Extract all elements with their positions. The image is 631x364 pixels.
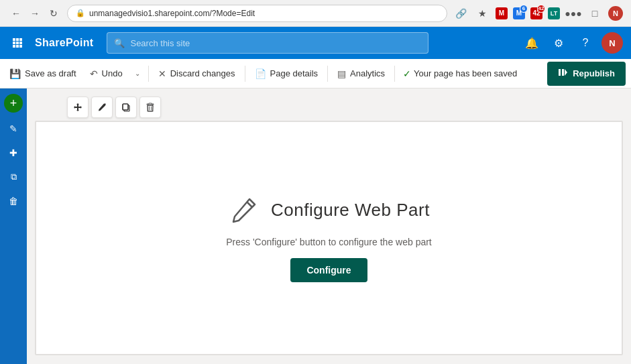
sidebar-move-button[interactable]: ✚ xyxy=(3,142,24,164)
window-button[interactable]: □ xyxy=(587,5,603,21)
configure-webpart-button[interactable]: Configure xyxy=(290,258,367,282)
page-content: + ✎ ✚ ⧉ 🗑 xyxy=(0,88,631,364)
webpart-inner-content: Configure Web Part Press 'Configure' but… xyxy=(199,167,459,309)
sharepoint-logo: SharePoint xyxy=(35,37,93,49)
discard-button[interactable]: ✕ Discard changes xyxy=(152,62,242,86)
discard-label: Discard changes xyxy=(170,68,235,78)
republish-button[interactable]: Republish xyxy=(547,62,626,86)
svg-rect-2 xyxy=(19,38,22,41)
trash-icon xyxy=(146,103,155,112)
sidebar-edit-button[interactable]: ✎ xyxy=(3,118,24,139)
edit-toolbar: 💾 Save as draft ↶ Undo ⌄ ✕ Discard chang… xyxy=(0,59,631,88)
svg-rect-5 xyxy=(19,42,22,44)
svg-rect-9 xyxy=(559,69,561,76)
saved-status-text: Your page has been saved xyxy=(414,68,517,78)
undo-label: Undo xyxy=(102,68,123,78)
undo-button[interactable]: ↶ Undo xyxy=(83,62,129,86)
republish-icon xyxy=(558,68,567,79)
webpart-delete-button[interactable] xyxy=(139,97,161,118)
user-profile-button[interactable]: N xyxy=(601,32,623,54)
page-details-button[interactable]: 📄 Page details xyxy=(248,62,325,86)
help-button[interactable]: ? xyxy=(575,32,596,54)
bookmark-button[interactable]: ★ xyxy=(474,5,490,21)
svg-rect-7 xyxy=(16,45,19,48)
webpart-icon-area: Configure Web Part xyxy=(228,194,430,226)
ext-icon-number: 42 42 xyxy=(530,7,542,19)
browser-nav-buttons: ← → ↻ xyxy=(8,5,62,21)
save-draft-button[interactable]: 💾 Save as draft xyxy=(3,62,83,86)
checkmark-icon: ✓ xyxy=(403,68,411,79)
browser-profile[interactable]: N xyxy=(608,6,623,21)
main-editor-area: Configure Web Part Press 'Configure' but… xyxy=(27,88,631,364)
toolbar-divider-4 xyxy=(394,66,395,82)
pencil-icon xyxy=(97,103,107,112)
svg-rect-0 xyxy=(13,38,15,41)
move-icon xyxy=(73,103,82,112)
browser-actions: 🔗 ★ M M 6 42 42 LT ●●● □ N xyxy=(453,5,623,21)
refresh-button[interactable]: ↻ xyxy=(46,5,62,21)
search-box[interactable]: 🔍 Search this site xyxy=(107,32,428,54)
svg-rect-3 xyxy=(13,42,15,44)
toolbar-divider-1 xyxy=(148,66,149,82)
address-bar[interactable]: 🔒 unmanagedvisio1.sharepoint.com/?Mode=E… xyxy=(67,5,447,22)
configure-pencil-icon xyxy=(228,194,260,226)
undo-dropdown-button[interactable]: ⌄ xyxy=(129,62,146,86)
left-sidebar: + ✎ ✚ ⧉ 🗑 xyxy=(0,88,27,364)
sharepoint-header: SharePoint 🔍 Search this site 🔔 ⚙ ? N xyxy=(0,27,631,59)
toolbar-divider-2 xyxy=(245,66,245,82)
page-details-icon: 📄 xyxy=(255,68,266,79)
share-button[interactable]: 🔗 xyxy=(453,5,469,21)
settings-button[interactable]: ⚙ xyxy=(548,32,569,54)
analytics-button[interactable]: ▤ Analytics xyxy=(331,62,392,86)
header-actions: 🔔 ⚙ ? N xyxy=(521,32,623,54)
webpart-edit-button[interactable] xyxy=(91,97,113,118)
save-draft-label: Save as draft xyxy=(25,68,76,78)
ext-icon-mail: M 6 xyxy=(513,7,525,19)
ext-icon-red: M xyxy=(496,7,508,19)
back-button[interactable]: ← xyxy=(8,5,24,21)
webpart-move-button[interactable] xyxy=(67,97,89,118)
lock-icon: 🔒 xyxy=(76,9,85,17)
sidebar-copy-button[interactable]: ⧉ xyxy=(3,166,24,188)
waffle-icon xyxy=(12,38,23,48)
webpart-subtitle: Press 'Configure' button to configure th… xyxy=(226,237,432,247)
notifications-button[interactable]: 🔔 xyxy=(521,32,542,54)
url-text: unmanagedvisio1.sharepoint.com/?Mode=Edi… xyxy=(89,9,255,18)
toolbar-divider-3 xyxy=(327,66,328,82)
webpart-title: Configure Web Part xyxy=(271,200,430,221)
svg-rect-10 xyxy=(562,69,564,76)
page-details-label: Page details xyxy=(270,68,319,78)
svg-rect-14 xyxy=(148,105,153,111)
undo-icon: ↶ xyxy=(90,68,98,79)
republish-label: Republish xyxy=(573,68,615,78)
search-icon: 🔍 xyxy=(114,38,125,48)
forward-button[interactable]: → xyxy=(27,5,43,21)
svg-rect-4 xyxy=(16,42,19,44)
svg-rect-1 xyxy=(16,38,19,41)
browser-bar: ← → ↻ 🔒 unmanagedvisio1.sharepoint.com/?… xyxy=(0,0,631,27)
apps-grid-button[interactable] xyxy=(8,34,27,52)
analytics-label: Analytics xyxy=(350,68,385,78)
webpart-copy-button[interactable] xyxy=(115,97,137,118)
svg-rect-6 xyxy=(13,45,15,48)
copy-icon xyxy=(121,103,131,112)
add-webpart-button[interactable]: + xyxy=(4,94,23,113)
extensions-button[interactable]: ●●● xyxy=(565,5,581,21)
webpart-canvas: Configure Web Part Press 'Configure' but… xyxy=(35,121,623,355)
svg-rect-8 xyxy=(19,45,22,48)
sidebar-delete-button[interactable]: 🗑 xyxy=(3,190,24,212)
svg-rect-12 xyxy=(123,104,128,110)
save-icon: 💾 xyxy=(9,68,21,79)
discard-icon: ✕ xyxy=(158,68,166,79)
ext-icon-teal: LT xyxy=(548,7,560,19)
analytics-icon: ▤ xyxy=(337,68,346,79)
webpart-toolbar xyxy=(67,97,623,118)
search-placeholder: Search this site xyxy=(130,38,190,48)
saved-status: ✓ Your page has been saved xyxy=(398,68,522,79)
